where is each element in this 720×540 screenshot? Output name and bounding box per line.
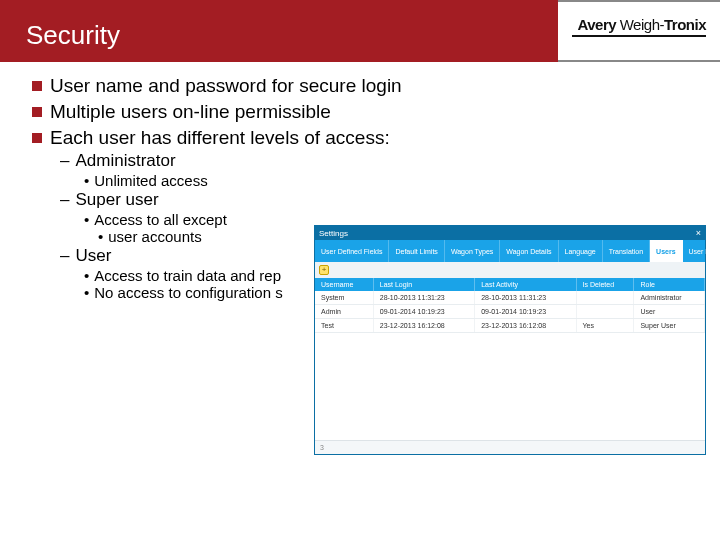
- statusbar: 3: [315, 440, 705, 454]
- cell-username: System: [315, 291, 373, 305]
- col-last-activity[interactable]: Last Activity: [475, 278, 576, 291]
- close-icon[interactable]: ×: [696, 228, 701, 238]
- bullet-text: Administrator: [75, 151, 175, 171]
- brand-part1: Avery: [577, 16, 619, 33]
- bullet-text: Unlimited access: [94, 172, 207, 189]
- bullet-text: Super user: [75, 190, 158, 210]
- window-title: Settings: [319, 229, 348, 238]
- dot-bullet-icon: •: [84, 284, 89, 301]
- bullet-l1: User name and password for secure login: [32, 74, 688, 98]
- col-role[interactable]: Role: [634, 278, 705, 291]
- dash-bullet-icon: –: [60, 246, 69, 266]
- tab-users[interactable]: Users: [650, 240, 682, 262]
- table-header-row: Username Last Login Last Activity Is Del…: [315, 278, 705, 291]
- table-row[interactable]: System 28-10-2013 11:31:23 28-10-2013 11…: [315, 291, 705, 305]
- bullet-text: Each user has different levels of access…: [50, 126, 390, 150]
- bullet-text: User name and password for secure login: [50, 74, 402, 98]
- users-table: Username Last Login Last Activity Is Del…: [315, 278, 705, 333]
- header-divider: [558, 60, 720, 62]
- bullet-l1: Each user has different levels of access…: [32, 126, 688, 150]
- slide-header: Security Avery Weigh-Tronix: [0, 0, 720, 62]
- brand-part2: Weigh-: [620, 16, 664, 33]
- add-user-button[interactable]: +: [319, 265, 329, 275]
- settings-window: Settings × User Defined Fields Default L…: [314, 225, 706, 455]
- cell-username: Test: [315, 319, 373, 333]
- dot-bullet-icon: •: [84, 172, 89, 189]
- dash-bullet-icon: –: [60, 151, 69, 171]
- cell-is-deleted: Yes: [576, 319, 634, 333]
- cell-role: Super User: [634, 319, 705, 333]
- window-titlebar[interactable]: Settings ×: [315, 226, 705, 240]
- page-title: Security: [26, 20, 120, 51]
- dot-bullet-icon: •: [98, 228, 103, 245]
- cell-last-login: 28-10-2013 11:31:23: [373, 291, 474, 305]
- dot-bullet-icon: •: [84, 267, 89, 284]
- tab-wagon-types[interactable]: Wagon Types: [445, 240, 500, 262]
- bullet-l2-super: –Super user: [60, 190, 688, 210]
- cell-last-login: 09-01-2014 10:19:23: [373, 305, 474, 319]
- cell-role: Administrator: [634, 291, 705, 305]
- bullet-text: Access to all except: [94, 211, 227, 228]
- record-count: 3: [320, 444, 324, 451]
- tab-user-defined-fields[interactable]: User Defined Fields: [315, 240, 389, 262]
- bullet-text: user accounts: [108, 228, 201, 245]
- cell-is-deleted: [576, 305, 634, 319]
- tab-translation[interactable]: Translation: [603, 240, 650, 262]
- bullet-text: No access to configuration s: [94, 284, 282, 301]
- bullet-text: User: [75, 246, 111, 266]
- bullet-l2-admin: –Administrator: [60, 151, 688, 171]
- square-bullet-icon: [32, 81, 42, 91]
- tab-user-login-history[interactable]: User Login History: [683, 240, 720, 262]
- brand-wordmark: Avery Weigh-Tronix: [577, 16, 706, 33]
- bullet-text: Access to train data and rep: [94, 267, 281, 284]
- toolbar: +: [315, 262, 705, 278]
- cell-last-activity: 09-01-2014 10:19:23: [475, 305, 576, 319]
- cell-is-deleted: [576, 291, 634, 305]
- cell-username: Admin: [315, 305, 373, 319]
- cell-last-activity: 23-12-2013 16:12:08: [475, 319, 576, 333]
- brand-underline: [572, 35, 706, 37]
- square-bullet-icon: [32, 133, 42, 143]
- dot-bullet-icon: •: [84, 211, 89, 228]
- dash-bullet-icon: –: [60, 190, 69, 210]
- bullet-text: Multiple users on-line permissible: [50, 100, 331, 124]
- tab-language[interactable]: Language: [559, 240, 603, 262]
- cell-last-activity: 28-10-2013 11:31:23: [475, 291, 576, 305]
- col-username[interactable]: Username: [315, 278, 373, 291]
- col-is-deleted[interactable]: Is Deleted: [576, 278, 634, 291]
- table-row[interactable]: Admin 09-01-2014 10:19:23 09-01-2014 10:…: [315, 305, 705, 319]
- bullet-l3: •Unlimited access: [84, 172, 688, 189]
- tab-default-limits[interactable]: Default Limits: [389, 240, 444, 262]
- tab-strip: User Defined Fields Default Limits Wagon…: [315, 240, 705, 262]
- brand-part3: Tronix: [664, 16, 706, 33]
- cell-role: User: [634, 305, 705, 319]
- col-last-login[interactable]: Last Login: [373, 278, 474, 291]
- tab-wagon-details[interactable]: Wagon Details: [500, 240, 558, 262]
- bullet-l1: Multiple users on-line permissible: [32, 100, 688, 124]
- cell-last-login: 23-12-2013 16:12:08: [373, 319, 474, 333]
- square-bullet-icon: [32, 107, 42, 117]
- table-row[interactable]: Test 23-12-2013 16:12:08 23-12-2013 16:1…: [315, 319, 705, 333]
